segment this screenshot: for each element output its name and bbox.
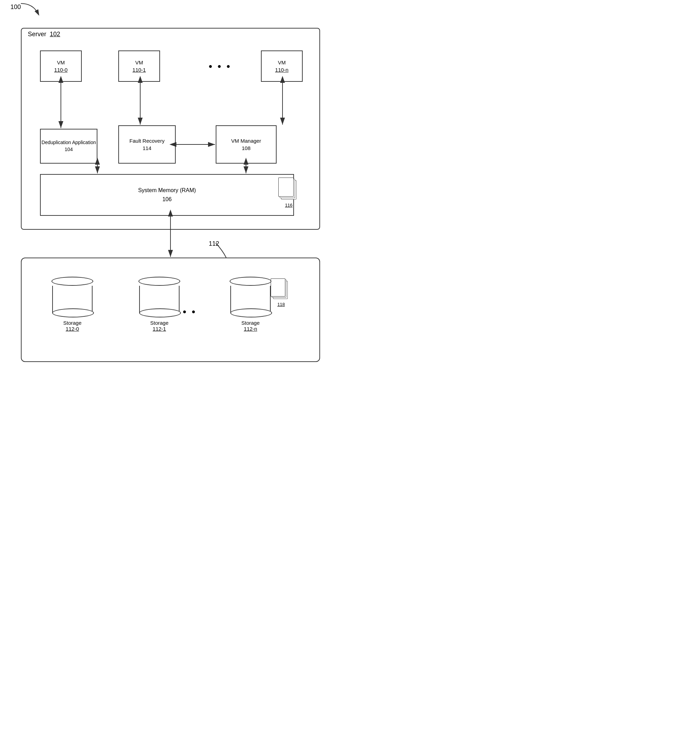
- server-number: 102: [50, 31, 60, 38]
- storage-n: Storage 112-n: [230, 277, 271, 332]
- vm-n-label: VM: [278, 59, 286, 66]
- vm-0-box: VM 110-0: [40, 50, 82, 82]
- storage-0: Storage 112-0: [52, 277, 93, 332]
- vm-1-label: VM: [135, 59, 143, 66]
- ram-pages-number: 116: [278, 203, 299, 208]
- vm-1-box: VM 110-1: [118, 50, 160, 82]
- vm-n-box: VM 110-n: [261, 50, 303, 82]
- vm-manager-box: VM Manager 108: [216, 125, 277, 164]
- vm-0-label: VM: [57, 59, 65, 66]
- storage-n-label: Storage 112-n: [230, 320, 271, 332]
- storage-0-label: Storage 112-0: [52, 320, 93, 332]
- vm-manager-label: VM Manager: [231, 137, 261, 144]
- vm-n-number: 110-n: [275, 66, 288, 74]
- fault-recovery-label: Fault Recovery: [130, 137, 164, 144]
- storage-1: Storage 112-1: [139, 277, 180, 332]
- ram-pages-icon: 116: [278, 177, 299, 208]
- server-label: Server 102: [28, 31, 60, 38]
- server-label-text: Server: [28, 31, 46, 38]
- system-memory-label: System Memory (RAM): [138, 186, 196, 195]
- diagram: 100 Server 102 VM 110-0 VM 110-1 • • • V…: [0, 0, 350, 378]
- dedup-box: Deduplication Application 104: [40, 129, 97, 164]
- storage-1-label: Storage 112-1: [139, 320, 180, 332]
- vm-0-number: 110-0: [54, 66, 67, 74]
- storage-label: 112: [209, 240, 219, 247]
- vm-manager-number: 108: [242, 144, 250, 152]
- vm-dots: • • •: [209, 61, 231, 72]
- system-memory-box: System Memory (RAM) 106: [40, 174, 294, 216]
- vm-1-number: 110-1: [133, 66, 146, 74]
- dedup-number: 104: [65, 146, 73, 153]
- figure-number: 100: [11, 3, 21, 11]
- storage-pages-icon: 118: [271, 279, 292, 307]
- dedup-label: Deduplication Application: [41, 139, 96, 146]
- system-memory-number: 106: [162, 195, 172, 204]
- fault-recovery-box: Fault Recovery 114: [118, 125, 176, 164]
- storage-pages-number: 118: [271, 302, 292, 307]
- fault-recovery-number: 114: [143, 144, 152, 152]
